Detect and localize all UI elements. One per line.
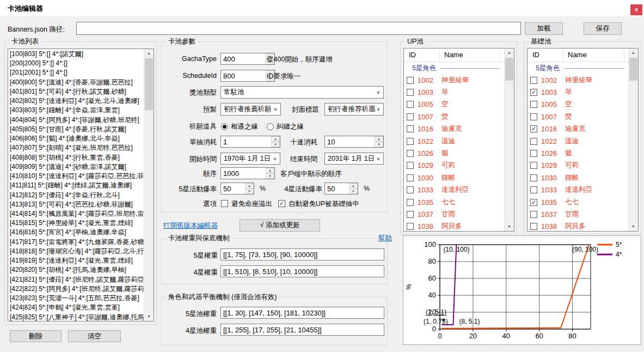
list-item[interactable]: [414|814] 5*:[楓原萬葉] 4*:[蘿莎莉亞,班尼特,雷澤] bbox=[8, 209, 144, 219]
list-item[interactable]: [418|818] 5*:[珊瑚宮心海] 4*:[蘿莎莉亞,北斗,行秋] bbox=[8, 247, 144, 256]
list-item[interactable]: [401|801] 5*:[可莉] 4*:[行秋,諾艾爾,砂糖] bbox=[8, 87, 144, 96]
five-star-pool-weight-input[interactable] bbox=[220, 307, 384, 319]
pool-row[interactable]: 1033達達利亞 bbox=[404, 184, 505, 196]
row-checkbox[interactable] bbox=[407, 174, 414, 181]
pool-row[interactable]: 1038阿貝多 bbox=[404, 221, 505, 232]
pool-row[interactable]: 1022溫迪 bbox=[404, 135, 505, 147]
column-header-id[interactable]: ID bbox=[409, 51, 416, 59]
row-checkbox[interactable] bbox=[530, 113, 537, 120]
spin-down-icon[interactable]: ▼ bbox=[271, 142, 280, 147]
list-item[interactable]: [400|800] 5*:[溫迪] 4*:[香菱,菲謝爾,芭芭拉] bbox=[8, 78, 144, 87]
list-item[interactable]: [201|2001] 5*:[] 4*:[] bbox=[8, 68, 144, 77]
row-checkbox[interactable] bbox=[407, 150, 414, 157]
row-checkbox[interactable]: ✓ bbox=[530, 125, 537, 132]
list-item[interactable]: [424|824] 5*:[申鶴] 4*:[凝光,重雲,雲堇] bbox=[8, 303, 144, 312]
row-checkbox[interactable] bbox=[530, 223, 537, 230]
list-item[interactable]: [410|810] 5*:[達達利亞] 4*:[蘿莎莉亞,芭芭拉,菲謝爾] bbox=[8, 172, 144, 181]
list-item[interactable]: [420|820] 5*:[胡桃] 4*:[托馬,迪奧娜,早柚] bbox=[8, 265, 144, 275]
pool-row[interactable]: 1026魈 bbox=[528, 147, 629, 159]
checkbox-avoid-constellation-overflow[interactable] bbox=[221, 200, 228, 207]
pool-row[interactable]: 1007熒 bbox=[528, 111, 629, 123]
radio-acquaint-fate[interactable] bbox=[221, 123, 228, 130]
scroll-down-icon[interactable]: ▼ bbox=[629, 222, 638, 231]
list-item[interactable]: [415|815] 5*:[神里綾華] 4*:[凝光,重雲,煙緋] bbox=[8, 219, 144, 228]
row-checkbox[interactable] bbox=[530, 186, 537, 193]
list-item[interactable]: [421|821] 5*:[優菈] 4*:[班尼特,諾艾爾,蘿莎莉亞] bbox=[8, 275, 144, 284]
pool-row[interactable]: 1005空 bbox=[404, 99, 505, 111]
column-header-name[interactable]: Name bbox=[568, 51, 587, 59]
row-checkbox[interactable] bbox=[530, 162, 537, 169]
scroll-thumb[interactable] bbox=[145, 58, 153, 110]
list-item[interactable]: [402|802] 5*:[達達利亞] 4*:[凝光,北斗,迪奧娜] bbox=[8, 96, 144, 106]
cover-title-select[interactable]: 初行者推荐祈愿 ∨ bbox=[324, 103, 384, 116]
spin-down-icon[interactable]: ▼ bbox=[375, 142, 383, 147]
pool-row[interactable]: 1026魈 bbox=[404, 147, 505, 159]
pool-row[interactable]: 1022溫迪 bbox=[528, 135, 629, 147]
radio-intertwined-fate[interactable] bbox=[267, 123, 274, 130]
start-time-picker[interactable]: 1970年 1月 1日 ∨ bbox=[220, 153, 280, 165]
row-checkbox[interactable] bbox=[530, 174, 537, 181]
pool-listbox[interactable]: [100|803] 5*:[] 4*:[諾艾爾][200|2000] 5*:[]… bbox=[8, 48, 154, 321]
row-checkbox[interactable] bbox=[407, 186, 414, 193]
row-checkbox[interactable] bbox=[407, 125, 414, 132]
list-item[interactable]: [406|806] 5*:[魈] 4*:[迪奧娜,北斗,辛焱] bbox=[8, 134, 144, 143]
load-button[interactable]: 加載 bbox=[525, 22, 563, 35]
spin-up-icon[interactable]: ▲ bbox=[349, 183, 358, 189]
pool-row[interactable]: 1037甘雨 bbox=[528, 208, 629, 220]
list-item[interactable]: [200|2000] 5*:[] 4*:[] bbox=[8, 59, 144, 68]
up-pool-scrollbar[interactable]: ▲ ▼ bbox=[504, 48, 514, 231]
pool-row[interactable]: ✓1035七七 bbox=[528, 196, 629, 208]
preset-select[interactable]: 初行者推薦祈願 ∨ bbox=[220, 103, 281, 116]
end-time-picker[interactable]: 2031年 1月 1日 ∨ bbox=[324, 153, 384, 165]
spin-up-icon[interactable]: ▲ bbox=[375, 136, 383, 142]
list-item[interactable]: [403|803] 5*:[鍾離] 4*:[辛焱,雷澤,重雲] bbox=[8, 106, 144, 115]
pool-row[interactable]: 1016迪盧克 bbox=[404, 123, 505, 135]
pool-row[interactable]: ✓1003琴 bbox=[528, 86, 629, 98]
five-star-weight-input[interactable] bbox=[220, 248, 384, 260]
column-header-id[interactable]: ID bbox=[532, 51, 539, 59]
row-checkbox[interactable] bbox=[530, 138, 537, 145]
pool-row[interactable]: 1002神里綾華 bbox=[404, 74, 505, 86]
list-item[interactable]: [425|825] 5*:[八重神子] 4*:[菲謝爾,迪奧娜,托馬] bbox=[8, 313, 144, 321]
scroll-down-icon[interactable]: ▼ bbox=[144, 312, 154, 321]
pool-row[interactable]: 1038阿貝多 bbox=[528, 221, 629, 232]
checkbox-auto-avoid-up-in-base[interactable]: ✓ bbox=[278, 200, 285, 207]
pool-row[interactable]: 1030鍾離 bbox=[404, 172, 505, 184]
list-item[interactable]: [408|808] 5*:[胡桃] 4*:[行秋,重雲,香菱] bbox=[8, 153, 144, 162]
list-item[interactable]: [407|807] 5*:[刻晴] 4*:[凝光,班尼特,芭芭拉] bbox=[8, 143, 144, 153]
spin-up-icon[interactable]: ▲ bbox=[266, 168, 274, 173]
column-header-name[interactable]: Name bbox=[444, 51, 463, 59]
four-star-pool-weight-input[interactable] bbox=[220, 324, 384, 336]
list-item[interactable]: [411|811] 5*:[鍾離] 4*:[煙緋,諾艾爾,迪奧娜] bbox=[8, 181, 144, 190]
pool-row[interactable]: 1035七七 bbox=[404, 196, 505, 208]
list-item[interactable]: [413|813] 5*:[可莉] 4*:[芭芭拉,砂糖,菲謝爾] bbox=[8, 200, 144, 209]
row-checkbox[interactable] bbox=[407, 162, 414, 169]
scroll-down-icon[interactable]: ▼ bbox=[505, 222, 514, 231]
scroll-up-icon[interactable]: ▲ bbox=[144, 49, 154, 58]
clear-button[interactable]: 清空 bbox=[68, 330, 121, 342]
row-checkbox[interactable] bbox=[407, 223, 414, 230]
row-checkbox[interactable]: ✓ bbox=[530, 199, 537, 206]
spin-up-icon[interactable]: ▲ bbox=[245, 183, 254, 189]
pool-row[interactable]: 1029可莉 bbox=[404, 160, 505, 172]
row-checkbox[interactable] bbox=[407, 199, 414, 206]
list-item[interactable]: [423|823] 5*:[荒瀧一斗] 4*:[五郎,芭芭拉,香菱] bbox=[8, 294, 144, 303]
row-checkbox[interactable] bbox=[530, 77, 537, 84]
spin-up-icon[interactable]: ▲ bbox=[271, 136, 280, 142]
list-item[interactable]: [422|822] 5*:[阿貝多] 4*:[班尼特,諾艾爾,蘿莎莉亞] bbox=[8, 284, 144, 294]
list-item[interactable]: [405|805] 5*:[甘雨] 4*:[香菱,行秋,諾艾爾] bbox=[8, 125, 144, 134]
row-checkbox[interactable]: ✓ bbox=[530, 89, 537, 96]
pool-row[interactable]: 1030鍾離 bbox=[528, 172, 629, 184]
list-item[interactable]: [412|812] 5*:[優菈] 4*:[辛焱,行秋,北斗] bbox=[8, 191, 144, 200]
help-link[interactable]: 幫助 bbox=[378, 234, 392, 243]
save-button[interactable]: 保存 bbox=[584, 22, 622, 35]
spin-down-icon[interactable]: ▼ bbox=[245, 189, 254, 194]
pool-list-scrollbar[interactable]: ▲ ▼ bbox=[144, 49, 154, 321]
pool-row[interactable]: 1005空 bbox=[528, 99, 629, 111]
pool-row[interactable]: 1033達達利亞 bbox=[528, 184, 629, 196]
pool-row[interactable]: 1029可莉 bbox=[528, 160, 629, 172]
pool-row[interactable]: 1007熒 bbox=[404, 111, 505, 123]
path-input[interactable] bbox=[76, 22, 521, 35]
delete-button[interactable]: 刪除 bbox=[10, 330, 62, 342]
list-item[interactable]: [404|804] 5*:[阿貝多] 4*:[菲謝爾,砂糖,班尼特] bbox=[8, 116, 144, 125]
